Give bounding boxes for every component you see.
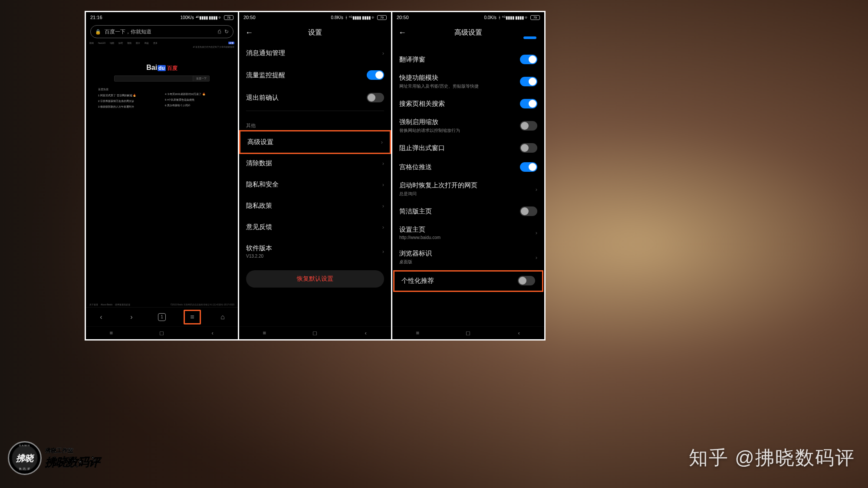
baidu-logo: Baidu百度 xyxy=(146,64,178,72)
back-icon[interactable]: ‹ xyxy=(92,313,110,321)
battery-icon: 79 xyxy=(530,15,540,20)
row-label: 隐私和安全 xyxy=(246,180,378,189)
reader-icon[interactable]: ⎙ xyxy=(218,29,221,35)
settings-row[interactable]: 消息通知管理› xyxy=(239,43,391,64)
row-sublabel: 替换网站的请求以控制缩放行为 xyxy=(399,128,516,134)
search-button[interactable]: 百度一下 xyxy=(193,76,209,81)
browser-toolbar: ‹ › 1 ≡ ⌂ xyxy=(86,307,238,326)
partial-toggle[interactable] xyxy=(523,36,536,39)
settings-list: 消息通知管理›流量监控提醒退出前确认其他高级设置›清除数据›隐私和安全›隐私政策… xyxy=(239,43,391,326)
chevron-right-icon: › xyxy=(382,203,384,209)
back-nav-icon[interactable]: ‹ xyxy=(209,330,217,336)
lock-icon: 🔒 xyxy=(95,29,101,35)
settings-row[interactable]: 启动时恢复上次打开的网页总是询问› xyxy=(392,177,544,202)
toggle-switch[interactable] xyxy=(520,121,537,131)
toggle-switch[interactable] xyxy=(520,55,537,64)
row-label: 宫格位推送 xyxy=(399,163,516,171)
back-nav-icon[interactable]: ‹ xyxy=(362,330,370,336)
advanced-settings-list: 翻译弹窗快捷功能模块网址常用输入及书签/历史、剪贴版等快捷搜索页相关搜索强制启用… xyxy=(392,43,544,326)
status-right: 100K/s ⁴ᴳ ▮▮▮▮ ▮▮▮▮ ᯤ 78 xyxy=(181,15,233,20)
toggle-switch[interactable] xyxy=(367,93,384,102)
row-label: 阻止弹出式窗口 xyxy=(399,144,516,152)
home-nav-icon[interactable]: ◻ xyxy=(158,330,166,336)
row-label: 意见反馈 xyxy=(246,223,378,231)
page-title: 设置 xyxy=(308,28,322,37)
settings-row[interactable]: 隐私政策› xyxy=(239,195,391,216)
settings-row[interactable]: 退出前确认 xyxy=(239,86,391,109)
status-bar: 20:50 0.0K/s ᚼ ⁴ᴳ ▮▮▮▮ ▮▮▮▮ ᯤ 79 xyxy=(392,12,544,23)
row-label: 软件版本 xyxy=(246,244,378,252)
toggle-switch[interactable] xyxy=(520,77,537,86)
row-sublabel: 网址常用输入及书签/历史、剪贴版等快捷 xyxy=(399,83,516,89)
hot-item[interactable]: 5 4个队部被原告是由崩先 xyxy=(165,98,226,102)
hot-item[interactable]: 1 阿富汦式美了 雷达网的解雇 🔥 xyxy=(98,94,159,98)
refresh-icon[interactable]: ↻ xyxy=(224,29,229,35)
settings-row[interactable]: 强制启用缩放替换网站的请求以控制缩放行为 xyxy=(392,114,544,139)
forward-icon[interactable]: › xyxy=(123,313,140,321)
chevron-right-icon: › xyxy=(536,229,537,236)
toggle-switch[interactable] xyxy=(520,206,537,216)
settings-row[interactable]: 高级设置› xyxy=(239,130,391,154)
settings-row[interactable]: 个性化推荐 xyxy=(393,270,543,292)
signal-icon: ᚼ ⁴ᴳ ▮▮▮▮ ▮▮▮▮ ᯤ xyxy=(498,15,529,20)
row-label: 强制启用缩放 xyxy=(399,118,516,126)
row-label: 快捷功能模块 xyxy=(399,74,516,82)
back-arrow-icon[interactable]: ← xyxy=(398,28,406,37)
hot-item[interactable]: 3 棋袋获部新的人次年前通时外 xyxy=(98,105,159,109)
hot-item[interactable]: 4 卡布买20出易部部付10万卖了 🔥 xyxy=(165,92,226,96)
search-box[interactable]: 百度一下 xyxy=(114,75,210,82)
chevron-right-icon: › xyxy=(536,254,537,261)
settings-row[interactable]: 简洁版主页 xyxy=(392,202,544,221)
settings-row[interactable]: 隐私和安全› xyxy=(239,174,391,195)
menu-button[interactable]: ≡ xyxy=(184,310,201,324)
row-sublabel: 总是询问 xyxy=(399,191,531,197)
home-nav-icon[interactable]: ◻ xyxy=(464,330,472,336)
hot-item[interactable]: 2 宗资希版获得万友条的周次诊 xyxy=(98,99,159,103)
recents-icon[interactable]: ≡ xyxy=(107,330,115,336)
hot-item[interactable]: 6 美尔布家给个人码不 xyxy=(165,104,226,108)
back-nav-icon[interactable]: ‹ xyxy=(515,330,523,336)
system-nav: ≡ ◻ ‹ xyxy=(86,326,238,339)
toggle-switch[interactable] xyxy=(520,99,537,108)
settings-row[interactable]: 宫格位推送 xyxy=(392,158,544,177)
row-sublabel: 桌面版 xyxy=(399,259,531,265)
toggle-switch[interactable] xyxy=(367,70,384,80)
settings-row[interactable]: 翻译弹窗 xyxy=(392,50,544,69)
chevron-right-icon: › xyxy=(382,224,384,230)
badge-logo: DAWN 拂晓 数·码·评 xyxy=(8,441,42,475)
toggle-switch[interactable] xyxy=(520,143,537,153)
settings-row[interactable]: 浏览器标识桌面版› xyxy=(392,245,544,270)
home-icon[interactable]: ⌂ xyxy=(214,313,231,321)
settings-row[interactable]: 流量监控提醒 xyxy=(239,64,391,86)
settings-row[interactable]: 快捷功能模块网址常用输入及书签/历史、剪贴版等快捷 xyxy=(392,69,544,95)
settings-row[interactable]: 清除数据› xyxy=(239,153,391,174)
home-nav-icon[interactable]: ◻ xyxy=(311,330,319,336)
recents-icon[interactable]: ≡ xyxy=(260,330,268,336)
chevron-right-icon: › xyxy=(381,139,383,145)
toggle-switch[interactable] xyxy=(518,276,535,285)
tabs-button[interactable]: 1 xyxy=(153,313,171,321)
row-label: 搜索页相关搜索 xyxy=(399,100,516,108)
address-bar[interactable]: 🔒 百度一下，你就知道 ⎙ ↻ xyxy=(90,25,233,38)
row-label: 简洁版主页 xyxy=(399,207,516,216)
chevron-right-icon: › xyxy=(382,248,384,255)
recents-icon[interactable]: ≡ xyxy=(414,330,421,336)
hot-search-list: 百度热搜 1 阿富汦式美了 雷达网的解雇 🔥 2 宗资希版获得万友条的周次诊 3… xyxy=(86,84,238,112)
status-bar: 20:50 0.8K/s ᚼ ⁴ᴳ ▮▮▮▮ ▮▮▮▮ ᯤ 79 xyxy=(239,12,391,23)
title-bar: ← 设置 xyxy=(239,23,391,43)
settings-row[interactable]: 意见反馈› xyxy=(239,216,391,238)
back-arrow-icon[interactable]: ← xyxy=(245,28,253,37)
row-sublabel: http://www.baidu.com xyxy=(399,235,531,240)
address-text: 百度一下，你就知道 xyxy=(105,28,214,36)
row-label: 退出前确认 xyxy=(246,94,362,102)
status-time: 20:50 xyxy=(243,15,256,20)
toggle-switch[interactable] xyxy=(520,162,537,172)
settings-row[interactable]: 设置主页http://www.baidu.com› xyxy=(392,221,544,245)
settings-row[interactable]: 搜索页相关搜索 xyxy=(392,95,544,114)
settings-row[interactable]: 阻止弹出式窗口 xyxy=(392,139,544,158)
chevron-right-icon: › xyxy=(382,160,384,167)
reset-button[interactable]: 恢复默认设置 xyxy=(246,270,384,288)
badge-line1: 拂晓工作室 xyxy=(45,447,99,455)
settings-row[interactable]: 软件版本V13.2.20› xyxy=(239,238,391,265)
status-time: 21:16 xyxy=(90,15,102,20)
